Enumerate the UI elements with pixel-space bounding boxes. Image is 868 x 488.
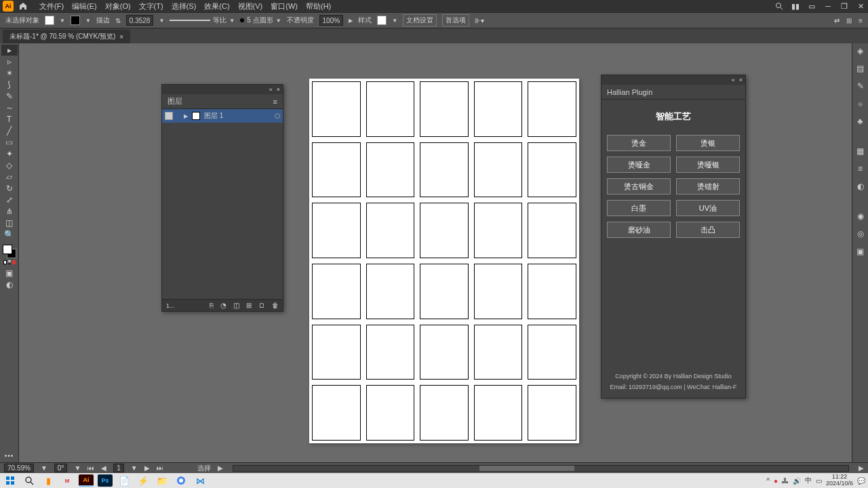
align-icon[interactable]: ⊪▾: [475, 17, 484, 24]
stroke-width-input[interactable]: 0.3528: [126, 15, 154, 26]
taskbar-app-1[interactable]: ▮: [41, 474, 56, 487]
sublayer-icon[interactable]: ◫: [233, 302, 239, 309]
rotate-tool[interactable]: ↻: [1, 183, 18, 194]
workspace-icon[interactable]: ▭: [807, 1, 816, 11]
doc-setup-button[interactable]: 文档设置: [403, 14, 437, 26]
tray-record-icon[interactable]: ●: [774, 477, 778, 485]
chevron-down-icon[interactable]: ▼: [74, 464, 81, 472]
menu-help[interactable]: 帮助(H): [302, 1, 335, 12]
artboard-first-icon[interactable]: ⏮: [87, 464, 94, 472]
opacity-input[interactable]: 100%: [319, 15, 344, 26]
chevron-down-icon[interactable]: ▼: [159, 18, 164, 24]
wand-tool[interactable]: ✶: [1, 68, 18, 79]
menu-select[interactable]: 选择(S): [167, 1, 201, 12]
plugin-button-matte-gold[interactable]: 烫哑金: [607, 157, 671, 173]
close-panel-icon[interactable]: ×: [739, 77, 743, 83]
plugin-button-matte-oil[interactable]: 磨砂油: [607, 222, 671, 238]
close-icon[interactable]: ✕: [856, 1, 865, 11]
minimize-icon[interactable]: ─: [823, 1, 833, 11]
plugin-button-silver[interactable]: 烫银: [676, 135, 740, 151]
comments-icon[interactable]: ✎: [854, 80, 867, 92]
artboard-num-input[interactable]: 1: [113, 464, 124, 472]
new-layer-icon[interactable]: 🗋: [258, 302, 265, 309]
expand-icon[interactable]: ▶: [184, 113, 188, 119]
menu-type[interactable]: 文字(T): [135, 1, 167, 12]
prefs-button[interactable]: 首选项: [442, 14, 469, 26]
panel-title[interactable]: 图层: [167, 96, 182, 106]
arrange-icon[interactable]: ▮▮: [791, 1, 800, 11]
menu-edit[interactable]: 编辑(E): [68, 1, 101, 12]
selection-tool[interactable]: ▸: [1, 45, 18, 56]
zoom-input[interactable]: 70.59%: [4, 464, 34, 472]
canvas[interactable]: « × 图层 ≡ ▶ 图层 1 1... ⎘: [19, 43, 852, 462]
plugin-button-bronze[interactable]: 烫古铜金: [607, 178, 671, 195]
tray-network-icon[interactable]: 🖧: [782, 477, 789, 485]
chevron-down-icon[interactable]: ▼: [229, 18, 235, 24]
eraser-tool[interactable]: ▱: [1, 171, 18, 182]
taskbar-photoshop[interactable]: Ps: [98, 474, 113, 487]
artboard-prev-icon[interactable]: ◀: [101, 464, 106, 472]
scroll-right-icon[interactable]: ▶: [859, 464, 864, 472]
h-scrollbar[interactable]: [233, 465, 849, 472]
toggle-icon[interactable]: ⇄: [834, 17, 840, 24]
stroke-panel-icon[interactable]: ≡: [854, 163, 867, 175]
swatch-icon[interactable]: ♣: [854, 115, 867, 127]
chevron-right-icon[interactable]: ▶: [218, 464, 223, 472]
chevron-down-icon[interactable]: ▼: [392, 18, 397, 24]
taskbar-clock[interactable]: 11:22 2024/10/6: [826, 474, 853, 487]
stroke-swatch[interactable]: [71, 16, 80, 25]
chevron-down-icon[interactable]: ▼: [131, 464, 138, 472]
snap-icon[interactable]: ⊞: [846, 17, 852, 24]
close-panel-icon[interactable]: ×: [277, 86, 280, 93]
type-tool[interactable]: T: [1, 114, 18, 125]
tray-chevron-icon[interactable]: ^: [766, 477, 770, 485]
fill-color[interactable]: [3, 245, 12, 254]
menu-icon[interactable]: ≡: [859, 17, 863, 24]
artboard-next-icon[interactable]: ▶: [144, 464, 150, 472]
chevron-down-icon[interactable]: ▼: [276, 18, 281, 24]
draw-mode-tool[interactable]: ◐: [1, 279, 18, 290]
close-tab-icon[interactable]: ×: [119, 33, 123, 41]
lasso-tool[interactable]: ⟆: [1, 79, 18, 90]
chevron-down-icon[interactable]: ▼: [85, 18, 91, 24]
visibility-icon[interactable]: [165, 112, 173, 120]
panel-header[interactable]: « ×: [601, 75, 745, 85]
scale-tool[interactable]: ⤢: [1, 195, 18, 205]
delete-layer-icon[interactable]: 🗑: [272, 302, 279, 309]
layers-icon[interactable]: ◎: [854, 228, 867, 240]
chevron-right-icon[interactable]: ▶: [349, 18, 353, 24]
panel-menu-icon[interactable]: ≡: [273, 98, 277, 106]
new-sublayer-icon[interactable]: ⊞: [246, 302, 252, 309]
make-mask-icon[interactable]: ◔: [220, 302, 226, 309]
layers-panel[interactable]: « × 图层 ≡ ▶ 图层 1 1... ⎘: [161, 84, 283, 312]
fill-swatch[interactable]: [45, 16, 54, 25]
stepper-icon[interactable]: ⇅: [115, 17, 121, 24]
plugin-button-emboss[interactable]: 击凸: [676, 222, 740, 238]
menu-file[interactable]: 文件(F): [35, 1, 68, 12]
plugin-panel[interactable]: « × Hallian Plugin 智能工艺 烫金 烫银 烫哑金 烫哑银 烫古…: [601, 75, 746, 399]
rectangle-tool[interactable]: ▭: [1, 137, 18, 148]
chevron-down-icon[interactable]: ▼: [60, 18, 65, 24]
pen-tool[interactable]: ✎: [1, 91, 18, 102]
collapse-icon[interactable]: «: [269, 86, 273, 93]
tray-volume-icon[interactable]: 🔊: [793, 477, 801, 485]
start-button[interactable]: [3, 474, 18, 487]
taskbar-app-2[interactable]: M: [60, 474, 75, 487]
width-tool[interactable]: ⋔: [1, 206, 18, 217]
target-icon[interactable]: [275, 113, 280, 119]
taskbar-app-3[interactable]: ⚡: [136, 474, 151, 487]
navigator-icon[interactable]: ⟐: [854, 98, 867, 110]
menu-view[interactable]: 视图(V): [234, 1, 267, 12]
taskbar-explorer[interactable]: 📁: [155, 474, 170, 487]
appearance-icon[interactable]: ◉: [854, 210, 867, 222]
search-icon[interactable]: [774, 1, 784, 11]
collapse-icon[interactable]: «: [732, 77, 735, 83]
taskbar-illustrator[interactable]: Ai: [79, 474, 94, 487]
properties-icon[interactable]: ◈: [854, 45, 867, 57]
search-button[interactable]: [22, 474, 37, 487]
locate-icon[interactable]: ⎘: [210, 302, 214, 309]
plugin-button-white-ink[interactable]: 白墨: [607, 200, 671, 216]
tray-input-icon[interactable]: ▭: [816, 477, 822, 485]
line-tool[interactable]: ╱: [1, 125, 18, 136]
artboard[interactable]: [309, 79, 579, 443]
